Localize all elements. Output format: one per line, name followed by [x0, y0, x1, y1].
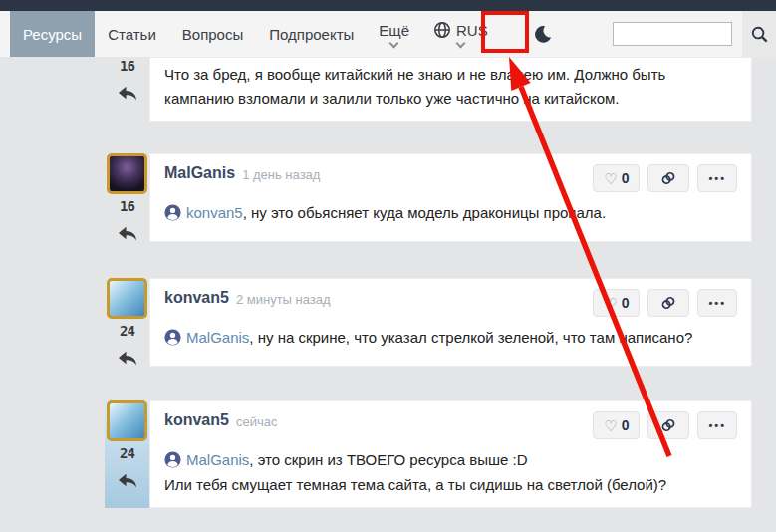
mention-link[interactable]: MalGanis [186, 329, 249, 346]
ellipsis-icon: ••• [708, 297, 726, 309]
comment-text-line: Что за бред, я вообще китайский не знаю … [164, 63, 727, 87]
tab-questions[interactable]: Вопросы [169, 11, 256, 57]
comment-card: konvan5 2 минуты назад ♡ 0 [149, 278, 752, 367]
permalink-button[interactable] [647, 411, 689, 439]
avatar[interactable] [107, 153, 147, 194]
chevron-down-icon [389, 38, 399, 48]
like-button[interactable]: ♡ 0 [593, 411, 640, 439]
menu-more[interactable]: Ещё [367, 11, 421, 57]
mention-link[interactable]: konvan5 [186, 204, 243, 221]
comment-timestamp: 1 день назад [242, 167, 320, 182]
comment-timestamp: 2 минуты назад [236, 292, 331, 307]
comment-timestamp: сейчас [236, 414, 278, 429]
reply-icon [117, 83, 137, 102]
reply-button[interactable] [117, 470, 137, 489]
comment-gutter: 16 [105, 57, 149, 122]
comment-body: MalGanis, это скрин из ТВОЕГО ресурса вы… [164, 447, 727, 497]
like-button[interactable]: ♡ 0 [593, 289, 640, 317]
comment-malganis: 16 MalGanis 1 день назад ♡ 0 [105, 153, 752, 242]
comment-text: , ну на скрине, что указал стрелкой зеле… [249, 329, 692, 346]
more-options-button[interactable]: ••• [697, 289, 737, 317]
link-icon [658, 294, 678, 312]
comment-gutter: 16 [105, 153, 149, 242]
link-icon [658, 169, 678, 187]
comment-body: MalGanis, ну на скрине, что указал стрел… [164, 325, 727, 350]
reply-icon [117, 470, 137, 489]
user-icon [164, 204, 181, 221]
top-strip [0, 0, 776, 11]
comment-text: , ну это обьясняет куда модель драконицы… [243, 204, 606, 221]
vote-count: 16 [120, 198, 134, 214]
like-count: 0 [622, 417, 630, 433]
comment-partial: 16 Что за бред, я вообще китайский не зн… [105, 57, 752, 122]
comment-card: konvan5 сейчас ♡ 0 [149, 400, 752, 508]
heart-icon: ♡ [604, 418, 617, 433]
avatar[interactable] [107, 400, 147, 441]
menu-more-label: Ещё [379, 22, 409, 39]
heart-icon: ♡ [604, 171, 617, 186]
comment-text: , это скрин из ТВОЕГО ресурса выше :D [249, 451, 527, 468]
comment-card: Что за бред, я вообще китайский не знаю … [149, 57, 752, 122]
like-button[interactable]: ♡ 0 [593, 164, 640, 192]
vote-count: 24 [120, 323, 134, 339]
reply-icon [117, 223, 137, 242]
like-count: 0 [622, 295, 630, 311]
more-options-button[interactable]: ••• [697, 411, 737, 439]
comments-list: 16 Что за бред, я вообще китайский не зн… [105, 57, 752, 508]
main-navbar: Ресурсы Статьи Вопросы Подпроекты Ещё RU… [0, 11, 776, 57]
tab-resources[interactable]: Ресурсы [10, 11, 95, 57]
comment-konvan5-2: 24 konvan5 сейчас ♡ 0 [105, 400, 752, 508]
ellipsis-icon: ••• [708, 419, 726, 431]
comment-konvan5-1: 24 konvan5 2 минуты назад ♡ 0 [105, 278, 752, 367]
reply-button[interactable] [117, 348, 137, 367]
moon-icon [533, 24, 553, 44]
vote-count: 16 [120, 58, 134, 74]
search-box [613, 22, 732, 46]
reply-icon [117, 348, 137, 367]
comment-author[interactable]: konvan5 [164, 411, 229, 429]
vote-count: 24 [120, 445, 134, 461]
user-icon [164, 451, 181, 468]
comment-body: Что за бред, я вообще китайский не знаю … [164, 63, 727, 111]
permalink-button[interactable] [647, 164, 689, 192]
user-icon [164, 329, 181, 346]
language-label: RUS [456, 22, 488, 39]
comment-text-line: кампанию взломали и залили только уже ча… [164, 87, 727, 111]
comment-gutter-highlighted: 24 [105, 400, 149, 508]
reply-button[interactable] [117, 83, 137, 102]
globe-icon [433, 21, 451, 39]
search-input[interactable] [613, 22, 732, 46]
like-count: 0 [622, 170, 630, 186]
comment-author[interactable]: konvan5 [164, 289, 229, 307]
tab-subprojects[interactable]: Подпроекты [256, 11, 367, 57]
theme-toggle-button[interactable] [526, 11, 560, 57]
mention-link[interactable]: MalGanis [186, 451, 249, 468]
heart-icon: ♡ [604, 296, 617, 311]
avatar[interactable] [107, 278, 147, 319]
language-selector[interactable]: RUS [421, 11, 500, 57]
tab-articles[interactable]: Статьи [95, 11, 169, 57]
search-button[interactable] [742, 11, 776, 57]
comment-author[interactable]: MalGanis [164, 164, 235, 182]
link-icon [658, 416, 678, 434]
ellipsis-icon: ••• [708, 172, 726, 184]
comment-text-line: Или тебя смущает темная тема сайта, а ты… [164, 472, 727, 497]
chevron-down-icon [455, 39, 465, 49]
comment-gutter: 24 [105, 278, 149, 367]
reply-button[interactable] [117, 223, 137, 242]
comment-body: konvan5, ну это обьясняет куда модель др… [164, 200, 727, 225]
comment-card: MalGanis 1 день назад ♡ 0 [149, 153, 752, 242]
more-options-button[interactable]: ••• [697, 164, 737, 192]
search-icon [750, 25, 769, 44]
permalink-button[interactable] [647, 289, 689, 317]
